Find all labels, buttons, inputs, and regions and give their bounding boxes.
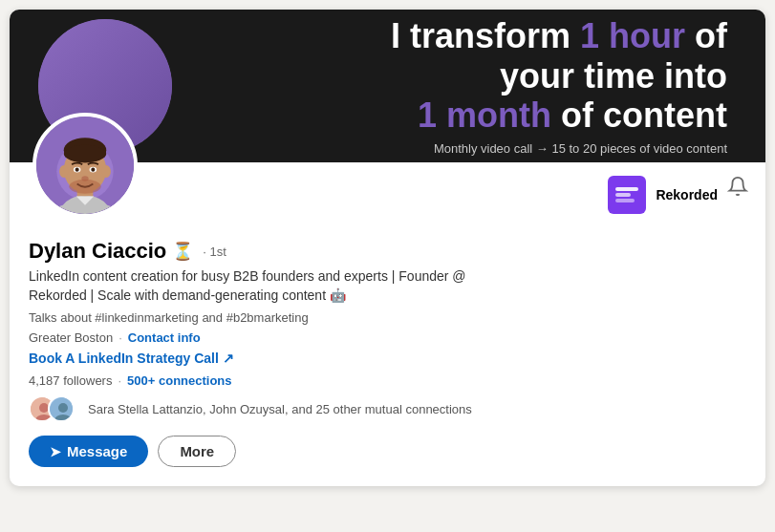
external-link-icon: ↗	[223, 351, 234, 366]
company-name: Rekorded	[656, 187, 718, 202]
svg-point-13	[69, 180, 100, 194]
mutual-connections-row: Sara Stella Lattanzio, John Ozuysal, and…	[29, 395, 746, 422]
svg-rect-17	[615, 199, 635, 202]
avatar	[32, 113, 138, 218]
contact-info-link[interactable]: Contact info	[128, 330, 201, 345]
profile-card: I transform 1 hour of your time into 1 m…	[10, 10, 765, 486]
more-label: More	[180, 443, 214, 459]
svg-point-11	[91, 168, 95, 172]
location-text: Greater Boston	[29, 330, 113, 345]
location-row: Greater Boston · Contact info	[29, 330, 746, 345]
profile-tagline: LinkedIn content creation for busy B2B f…	[29, 267, 526, 305]
connections-link[interactable]: 500+ connections	[127, 373, 231, 388]
company-badge: Rekorded	[608, 176, 718, 214]
svg-point-10	[75, 168, 79, 172]
dot-separator: ·	[118, 330, 122, 345]
svg-rect-15	[615, 187, 638, 191]
banner-subtitle: Monthly video call → 15 to 20 pieces of …	[391, 141, 727, 156]
headline-part2: of	[685, 16, 727, 55]
degree-badge: · 1st	[203, 245, 226, 259]
svg-rect-16	[615, 193, 631, 197]
strategy-call-label: Book A LinkedIn Strategy Call	[29, 351, 219, 366]
company-logo	[608, 176, 646, 214]
more-button[interactable]: More	[158, 436, 236, 467]
strategy-call-link[interactable]: Book A LinkedIn Strategy Call ↗	[29, 351, 746, 366]
banner-headline: I transform 1 hour of your time into 1 m…	[391, 16, 727, 155]
name-row: Dylan Ciaccio ⏳ · 1st	[29, 239, 746, 264]
headline-part1: I transform	[391, 16, 580, 55]
hourglass-icon: ⏳	[172, 241, 193, 262]
action-row: ➤ Message More	[29, 436, 746, 467]
mutual-connections-text: Sara Stella Lattanzio, John Ozuysal, and…	[88, 402, 472, 416]
svg-point-7	[102, 165, 111, 178]
svg-point-5	[64, 145, 107, 163]
dot-separator2: ·	[118, 373, 121, 388]
bell-icon	[727, 178, 748, 202]
svg-point-6	[59, 165, 68, 178]
avatar-svg	[36, 117, 134, 214]
headline-part3: of content	[551, 96, 727, 135]
headline-highlight1: 1 hour	[580, 16, 685, 55]
profile-name: Dylan Ciaccio	[29, 239, 166, 264]
svg-point-22	[58, 403, 68, 413]
avatar-photo	[36, 117, 134, 214]
send-icon: ➤	[50, 444, 61, 459]
followers-row: 4,187 followers · 500+ connections	[29, 373, 746, 388]
talks-about: Talks about #linkedinmarketing and #b2bm…	[29, 310, 746, 325]
headline-line2: your time into	[500, 56, 727, 96]
profile-section: Rekorded Dylan Ciaccio ⏳ · 1st LinkedIn …	[10, 162, 765, 486]
mutual-avatar-2	[48, 395, 75, 422]
banner-headline-text: I transform 1 hour of your time into 1 m…	[391, 16, 727, 135]
company-logo-svg	[610, 178, 644, 212]
message-button[interactable]: ➤ Message	[29, 436, 148, 467]
followers-count: 4,187 followers	[29, 373, 112, 388]
notification-bell-button[interactable]	[727, 176, 748, 202]
message-label: Message	[67, 443, 127, 459]
mutual-avatars	[29, 395, 67, 422]
headline-highlight2: 1 month	[418, 96, 551, 135]
